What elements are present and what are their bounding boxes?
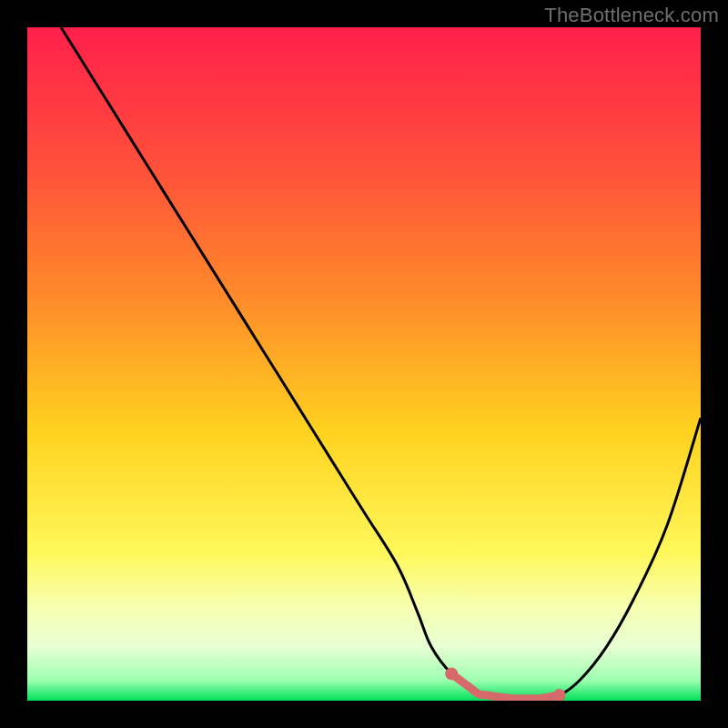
highlight-endpoint-left [445, 667, 458, 680]
bottleneck-plot [27, 27, 701, 701]
chart-frame: TheBottleneck.com [0, 0, 728, 728]
plot-background [27, 27, 701, 701]
watermark-text: TheBottleneck.com [544, 4, 719, 27]
plot-svg [27, 27, 701, 701]
